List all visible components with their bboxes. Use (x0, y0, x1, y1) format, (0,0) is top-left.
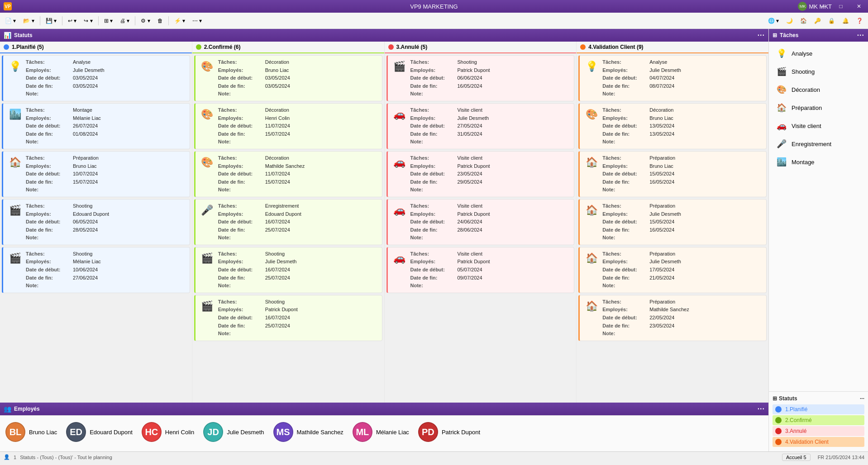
task-card[interactable]: 🎨 Tâches:Décoration Employés:Henri Colin… (194, 103, 382, 149)
task-card[interactable]: 🎬 Tâches:Shooting Employés:Julie Desmeth… (194, 247, 382, 293)
task-label-fin: Date de fin: (410, 226, 456, 234)
open-button[interactable]: 📂 ▾ (20, 14, 37, 27)
actions-button[interactable]: ⚡ ▾ (171, 14, 188, 27)
taches-menu-button[interactable]: ··· (857, 31, 864, 39)
task-card[interactable]: 🚗 Tâches:Visite client Employés:Patrick … (386, 151, 575, 197)
bell-button[interactable]: 🔔 (839, 14, 852, 27)
undo-button[interactable]: ↩ ▾ (65, 14, 80, 27)
right-tache-icon: 🏙️ (775, 156, 788, 168)
task-card[interactable]: 🏠 Tâches:Préparation Employés:Bruno Liac… (2, 151, 190, 197)
task-card[interactable]: 🏠 Tâches:Préparation Employés:Julie Desm… (578, 199, 767, 245)
more-button[interactable]: ⋯ ▾ (189, 14, 205, 27)
employee-item-PD[interactable]: PD Patrick Dupont (418, 422, 480, 442)
task-label-debut: Date de début: (218, 218, 263, 226)
task-card[interactable]: 🎨 Tâches:Décoration Employés:Bruno Liac … (578, 103, 767, 149)
status-dot (775, 417, 782, 423)
task-label-fin: Date de fin: (410, 82, 456, 90)
task-card[interactable]: 🏙️ Tâches:Montage Employés:Mélanie Liac … (2, 103, 190, 149)
maximize-button[interactable]: □ (832, 0, 850, 13)
delete-button[interactable]: 🗑 (154, 14, 166, 27)
task-card[interactable]: 🚗 Tâches:Visite client Employés:Patrick … (386, 199, 575, 245)
col-label-confirme: 2.Confirmé (6) (204, 44, 241, 50)
night-button[interactable]: 🌙 (783, 14, 796, 27)
home-button[interactable]: 🏠 (797, 14, 810, 27)
statuts-mini-panel: ⊞ Statuts ··· 1.Planifié 2.Confirmé 3.An… (769, 391, 868, 451)
column-header-planifie: 1.Planifié (5) (0, 42, 192, 53)
status-item[interactable]: 2.Confirmé (773, 415, 864, 425)
save-button[interactable]: 💾 ▾ (43, 14, 60, 27)
task-info: Tâches:Shooting Employés:Patrick Dupont … (410, 58, 571, 98)
employee-item-BL[interactable]: BL Bruno Liac (5, 422, 57, 442)
help-button[interactable]: ❓ (853, 14, 866, 27)
employee-item-MS[interactable]: MS Mathilde Sanchez (273, 422, 343, 442)
avatar: HC (142, 422, 162, 442)
right-tache-shooting[interactable]: 🎬 Shooting (772, 62, 865, 81)
task-label-taches: Tâches: (26, 106, 71, 114)
minimize-button[interactable]: ─ (814, 0, 832, 13)
task-card[interactable]: 💡 Tâches:Analyse Employés:Julie Desmeth … (578, 55, 767, 101)
view-button[interactable]: ⊞ ▾ (101, 14, 116, 27)
employee-item-ML[interactable]: ML Mélanie Liac (353, 422, 409, 442)
redo-button[interactable]: ↪ ▾ (81, 14, 95, 27)
settings-button[interactable]: ⚙ ▾ (138, 14, 153, 27)
lock-button[interactable]: 🔒 (825, 14, 838, 27)
statuts-mini-menu[interactable]: ··· (860, 395, 864, 402)
task-value-fin: 16/05/2024 (649, 226, 674, 234)
task-value-employes: Mathilde Sanchez (265, 162, 305, 171)
employee-item-JD[interactable]: JD Julie Desmeth (203, 422, 264, 442)
right-tache-analyse[interactable]: 💡 Analyse (772, 44, 865, 62)
status-item[interactable]: 3.Annulé (773, 426, 864, 436)
status-item[interactable]: 4.Validation Client (773, 437, 864, 447)
employee-item-HC[interactable]: HC Henri Colin (142, 422, 194, 442)
task-value-debut: 26/07/2024 (73, 122, 98, 130)
task-value-debut: 04/07/2024 (649, 74, 674, 82)
task-label-debut: Date de début: (410, 218, 456, 226)
task-value-fin: 28/05/2024 (73, 226, 98, 234)
task-label-taches: Tâches: (218, 154, 263, 162)
task-card[interactable]: 🎬 Tâches:Shooting Employés:Patrick Dupon… (194, 295, 382, 341)
task-card[interactable]: 🎬 Tâches:Shooting Employés:Edouard Dupon… (2, 199, 190, 245)
task-label-employes: Employés: (218, 210, 263, 218)
task-card[interactable]: 🎨 Tâches:Décoration Employés:Mathilde Sa… (194, 151, 382, 197)
lang-button[interactable]: 🌐 ▾ (765, 14, 782, 27)
right-tache-montage[interactable]: 🏙️ Montage (772, 153, 865, 171)
task-value-fin: 29/05/2024 (458, 178, 482, 186)
task-label-note: Note: (602, 186, 648, 194)
task-label-note: Note: (410, 186, 456, 194)
new-button[interactable]: 📄 ▾ (2, 14, 19, 27)
accueil-button[interactable]: Accueil 5 (782, 454, 811, 461)
status-label: 4.Validation Client (785, 439, 829, 445)
status-label: 2.Confirmé (785, 417, 812, 423)
task-card[interactable]: 🏠 Tâches:Préparation Employés:Mathilde S… (578, 295, 767, 341)
employee-item-ED[interactable]: ED Edouard Dupont (66, 422, 133, 442)
right-tache-visite-client[interactable]: 🚗 Visite client (772, 117, 865, 135)
statuts-menu-button[interactable]: ··· (758, 31, 765, 39)
task-label-fin: Date de fin: (218, 130, 263, 138)
task-label-employes: Employés: (26, 114, 71, 123)
right-tache-décoration[interactable]: 🎨 Décoration (772, 81, 865, 99)
task-card[interactable]: 🎬 Tâches:Shooting Employés:Patrick Dupon… (386, 55, 575, 101)
task-label-taches: Tâches: (602, 58, 648, 66)
task-label-debut: Date de début: (218, 314, 263, 322)
task-card[interactable]: 🎬 Tâches:Shooting Employés:Mélanie Liac … (2, 247, 190, 293)
task-card[interactable]: 💡 Tâches:Analyse Employés:Julie Desmeth … (2, 55, 190, 101)
task-info: Tâches:Préparation Employés:Julie Desmet… (602, 202, 763, 242)
key-button[interactable]: 🔑 (811, 14, 824, 27)
employes-menu-button[interactable]: ··· (758, 405, 765, 413)
status-item[interactable]: 1.Planifié (773, 404, 864, 414)
task-card[interactable]: 🎨 Tâches:Décoration Employés:Bruno Liac … (194, 55, 382, 101)
close-button[interactable]: ✕ (850, 0, 868, 13)
print-button[interactable]: 🖨 ▾ (117, 14, 133, 27)
task-icon: 🎬 (7, 250, 23, 266)
task-card[interactable]: 🚗 Tâches:Visite client Employés:Julie De… (386, 103, 575, 149)
task-value-employes: Patrick Dupont (458, 162, 490, 171)
right-tache-préparation[interactable]: 🏠 Préparation (772, 99, 865, 117)
right-tache-enregistrement[interactable]: 🎤 Enregistrement (772, 135, 865, 153)
task-info: Tâches:Shooting Employés:Patrick Dupont … (218, 298, 378, 338)
statuts-panel-header: 📊 Statuts ··· (0, 29, 768, 42)
window-controls: ─ □ ✕ (814, 0, 868, 13)
task-card[interactable]: 🎤 Tâches:Enregistrement Employés:Edouard… (194, 199, 382, 245)
task-card[interactable]: 🏠 Tâches:Préparation Employés:Julie Desm… (578, 247, 767, 293)
task-card[interactable]: 🚗 Tâches:Visite client Employés:Patrick … (386, 247, 575, 293)
task-card[interactable]: 🏠 Tâches:Préparation Employés:Bruno Liac… (578, 151, 767, 197)
